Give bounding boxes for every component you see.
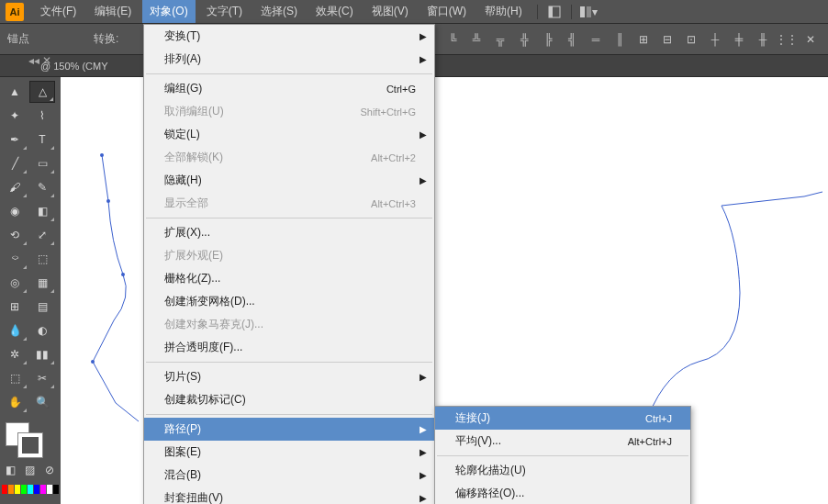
direct-selection-tool[interactable]: △ (29, 81, 55, 103)
magic-wand-tool[interactable]: ✦ (2, 105, 28, 127)
stroke-swatch[interactable] (18, 433, 42, 457)
gradient-tool[interactable]: ▤ (29, 296, 55, 318)
menu-item[interactable]: 编组(G)Ctrl+G (144, 77, 434, 100)
color-chips (2, 485, 59, 494)
menu-item[interactable]: 排列(A)▶ (144, 48, 434, 71)
menu-item[interactable]: 创建渐变网格(D)... (144, 290, 434, 313)
menu-item[interactable]: 混合(B)▶ (144, 464, 434, 487)
hand-tool[interactable]: ✋ (2, 391, 28, 413)
line-tool[interactable]: ╱ (2, 152, 28, 174)
menu-effect[interactable]: 效果(C) (308, 0, 361, 23)
app-logo: Ai (6, 3, 24, 21)
pen-tool[interactable]: ✒ (2, 129, 28, 151)
opt-btn[interactable]: ⊟ (657, 29, 677, 50)
color-chip[interactable] (8, 485, 14, 494)
submenu-item[interactable]: 轮廓化描边(U) (435, 459, 690, 482)
menu-file[interactable]: 文件(F) (33, 0, 84, 23)
opt-btn[interactable]: ║ (610, 29, 630, 50)
symbol-sprayer-tool[interactable]: ✲ (2, 343, 28, 365)
submenu-item[interactable]: 偏移路径(O)... (435, 482, 690, 504)
color-mode[interactable]: ◧ (2, 459, 19, 481)
submenu-item[interactable]: 平均(V)...Alt+Ctrl+J (435, 430, 690, 453)
menu-view[interactable]: 视图(V) (364, 0, 416, 23)
gradient-mode[interactable]: ▨ (21, 459, 39, 481)
color-chip[interactable] (53, 485, 59, 494)
menu-select[interactable]: 选择(S) (253, 0, 305, 23)
menu-item[interactable]: 锁定(L)▶ (144, 123, 434, 146)
type-tool[interactable]: T (29, 129, 55, 151)
menu-item[interactable]: 变换(T)▶ (144, 25, 434, 48)
none-mode[interactable]: ⊘ (41, 459, 59, 481)
svg-point-7 (91, 360, 95, 364)
submenu-arrow-icon: ▶ (420, 447, 427, 457)
menu-item[interactable]: 封套扭曲(V)▶ (144, 487, 434, 504)
layout-icon[interactable] (545, 3, 564, 21)
column-graph-tool[interactable]: ▮▮ (29, 343, 55, 365)
selection-tool[interactable]: ▲ (2, 81, 28, 103)
perspective-grid-tool[interactable]: ▦ (29, 272, 55, 294)
paintbrush-tool[interactable]: 🖌 (2, 176, 28, 198)
width-tool[interactable]: ⌔ (2, 248, 28, 270)
mesh-tool[interactable]: ⊞ (2, 296, 28, 318)
opt-btn[interactable]: ⊞ (633, 29, 654, 50)
panel-handle[interactable]: ◂◂ ✕ (0, 55, 55, 66)
free-transform-tool[interactable]: ⬚ (29, 248, 55, 270)
slice-tool[interactable]: ✂ (29, 367, 55, 389)
color-chip[interactable] (2, 485, 7, 494)
blend-tool[interactable]: ◐ (29, 319, 55, 342)
lasso-tool[interactable]: ⌇ (29, 105, 55, 127)
menu-item[interactable]: 路径(P)▶ (144, 418, 434, 441)
menu-item[interactable]: 图案(E)▶ (144, 441, 434, 464)
opt-btn[interactable]: ┼ (705, 29, 725, 50)
svg-point-4 (100, 153, 104, 157)
opt-btn[interactable]: ╬ (514, 29, 534, 50)
pencil-tool[interactable]: ✎ (29, 176, 55, 198)
color-chip[interactable] (28, 485, 33, 494)
submenu-arrow-icon: ▶ (420, 175, 427, 185)
opt-btn[interactable]: ⋮⋮ (777, 29, 797, 50)
opt-btn[interactable]: ⊡ (681, 29, 701, 50)
rectangle-tool[interactable]: ▭ (29, 152, 55, 174)
zoom-tool[interactable]: 🔍 (29, 391, 55, 413)
color-chip[interactable] (40, 485, 46, 494)
menu-window[interactable]: 窗口(W) (420, 0, 474, 23)
eyedropper-tool[interactable]: 💧 (2, 319, 28, 342)
opt-btn[interactable]: ╣ (562, 29, 582, 50)
color-chip[interactable] (47, 485, 52, 494)
submenu-item[interactable]: 连接(J)Ctrl+J (435, 407, 690, 430)
color-chip[interactable] (21, 485, 27, 494)
menu-item[interactable]: 隐藏(H)▶ (144, 169, 434, 192)
shape-builder-tool[interactable]: ◎ (2, 272, 28, 294)
rotate-tool[interactable]: ⟲ (2, 224, 28, 246)
menu-item[interactable]: 拼合透明度(F)... (144, 336, 434, 359)
opt-btn[interactable]: ✕ (800, 29, 821, 50)
scale-tool[interactable]: ⤢ (29, 224, 55, 246)
opt-btn[interactable]: ╦ (490, 29, 510, 50)
menu-item[interactable]: 扩展(X)... (144, 221, 434, 244)
opt-btn[interactable]: ╫ (753, 29, 773, 50)
object-menu-dropdown: 变换(T)▶排列(A)▶编组(G)Ctrl+G取消编组(U)Shift+Ctrl… (143, 24, 435, 504)
color-chip[interactable] (15, 485, 20, 494)
color-swatches[interactable] (2, 420, 59, 457)
menu-item: 创建对象马赛克(J)... (144, 313, 434, 336)
opt-btn[interactable]: ═ (586, 29, 606, 50)
menu-separator (146, 362, 432, 363)
menu-item[interactable]: 创建裁切标记(C) (144, 388, 434, 411)
artboard-tool[interactable]: ⬚ (2, 367, 28, 389)
menu-object[interactable]: 对象(O) (142, 0, 195, 23)
color-chip[interactable] (34, 485, 39, 494)
arrange-icon[interactable]: ▾ (579, 3, 598, 21)
menu-item[interactable]: 栅格化(Z)... (144, 267, 434, 290)
menu-item[interactable]: 切片(S)▶ (144, 365, 434, 388)
opt-btn[interactable]: ╩ (466, 29, 487, 50)
opt-btn[interactable]: ╚ (442, 29, 463, 50)
blob-brush-tool[interactable]: ◉ (2, 200, 28, 222)
menu-help[interactable]: 帮助(H) (477, 0, 530, 23)
eraser-tool[interactable]: ◧ (29, 200, 55, 222)
menu-type[interactable]: 文字(T) (199, 0, 250, 23)
opt-btn[interactable]: ╪ (729, 29, 749, 50)
separator (537, 5, 538, 19)
menu-edit[interactable]: 编辑(E) (87, 0, 139, 23)
menu-item: 扩展外观(E) (144, 244, 434, 267)
opt-btn[interactable]: ╠ (538, 29, 558, 50)
